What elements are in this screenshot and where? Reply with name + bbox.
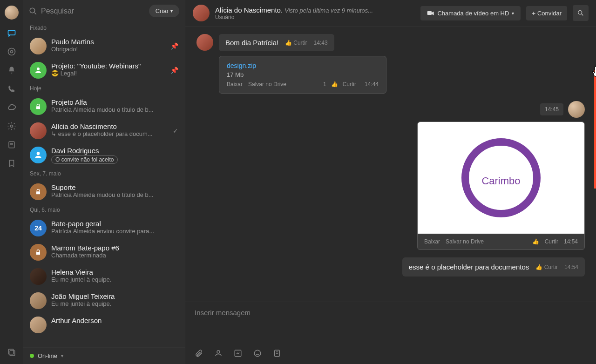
list-item[interactable]: Projeto: "Youtube: Webinars"😎 Legal! 📌 bbox=[23, 58, 185, 82]
svg-rect-6 bbox=[10, 351, 15, 356]
cloud-icon[interactable] bbox=[7, 102, 17, 113]
record-icon[interactable] bbox=[273, 349, 281, 357]
search-placeholder: Pesquisar bbox=[41, 7, 74, 15]
item-title: Marrom Bate-papo #6 bbox=[51, 244, 178, 252]
emoji-icon[interactable] bbox=[253, 349, 262, 357]
like-button[interactable]: 👍 Curtir bbox=[535, 264, 558, 270]
svg-rect-12 bbox=[36, 252, 40, 255]
item-title: Arthur Anderson bbox=[51, 317, 178, 324]
composer[interactable]: Inserir mensagem bbox=[185, 302, 596, 364]
download-link[interactable]: Baixar bbox=[424, 238, 440, 245]
context-menu: Copiar arquivo Marcar como não lida Cita… bbox=[594, 70, 596, 189]
message: Bom dia Patrícia! 👍 Curtir 14:43 bbox=[196, 34, 585, 51]
pin-icon: 📌 bbox=[170, 42, 178, 50]
bell-icon[interactable] bbox=[7, 65, 17, 75]
lock-icon bbox=[30, 183, 47, 200]
svg-point-15 bbox=[217, 351, 220, 353]
invite-chip: O convite não foi aceito bbox=[51, 155, 118, 164]
sidebar: Pesquisar Criar ▾ Fixado Paulo MartinsOb… bbox=[23, 0, 185, 364]
search-input[interactable]: Pesquisar bbox=[29, 7, 144, 15]
svg-point-17 bbox=[254, 350, 261, 357]
item-sub: Chamada terminada bbox=[51, 252, 178, 259]
messages: Bom dia Patrícia! 👍 Curtir 14:43 design.… bbox=[185, 27, 596, 302]
bookmark-icon[interactable] bbox=[7, 158, 17, 169]
self-avatar[interactable] bbox=[5, 6, 19, 20]
list-item[interactable]: Davi RodriguesO convite não foi aceito bbox=[23, 143, 185, 168]
create-button[interactable]: Criar ▾ bbox=[149, 5, 179, 17]
windows-icon[interactable] bbox=[7, 347, 17, 357]
item-title: Bate-papo geral bbox=[51, 220, 178, 228]
item-title: Projeto Alfa bbox=[51, 98, 178, 106]
section-fri: Sex, 7. maio bbox=[23, 168, 185, 180]
item-sub: Eu me juntei à equipe. bbox=[51, 276, 178, 283]
list-item[interactable]: Alícia do Nascimento↳ esse é o placehold… bbox=[23, 119, 185, 143]
chat-avatar[interactable] bbox=[193, 5, 210, 21]
msg-avatar[interactable] bbox=[196, 34, 213, 51]
video-call-button[interactable]: Chamada de vídeo em HD ▾ bbox=[420, 6, 521, 20]
online-dot-icon bbox=[30, 354, 34, 358]
msg-time: 14:43 bbox=[314, 40, 328, 46]
mention-icon[interactable] bbox=[214, 349, 223, 357]
avatar bbox=[30, 268, 47, 285]
gear-icon[interactable] bbox=[7, 121, 17, 131]
section-pinned: Fixado bbox=[23, 22, 185, 34]
list-item[interactable]: Arthur Anderson bbox=[23, 313, 185, 337]
msg-time: 14:45 bbox=[540, 103, 563, 115]
svg-rect-0 bbox=[8, 30, 15, 35]
list-item[interactable]: Projeto AlfaPatrícia Almeida mudou o tít… bbox=[23, 94, 185, 119]
svg-point-10 bbox=[37, 152, 40, 155]
svg-point-1 bbox=[8, 48, 15, 55]
composer-placeholder: Inserir mensagem bbox=[195, 309, 587, 317]
invite-button[interactable]: + Convidar bbox=[526, 6, 567, 20]
avatar bbox=[30, 38, 47, 54]
edit-icon[interactable] bbox=[234, 349, 242, 357]
like-count: 1 bbox=[323, 81, 326, 88]
item-sub: Patrícia Almeida mudou o título de b... bbox=[51, 106, 178, 113]
msg-text: Bom dia Patrícia! bbox=[225, 39, 278, 47]
save-drive-link[interactable]: Salvar no Drive bbox=[248, 81, 286, 88]
phone-icon[interactable] bbox=[7, 84, 17, 94]
like-button[interactable]: 👍 Curtir bbox=[285, 40, 307, 46]
item-sub: Obrigado! bbox=[51, 46, 178, 53]
msg-bubble[interactable]: Bom dia Patrícia! 👍 Curtir 14:43 bbox=[219, 34, 334, 51]
msg-text: esse é o placeholder para documentos bbox=[409, 263, 529, 271]
item-title: Davi Rodrigues bbox=[51, 147, 178, 155]
like-button[interactable]: Curtir bbox=[545, 238, 558, 245]
item-sub: ↳ esse é o placeholder para docum... bbox=[51, 130, 178, 137]
cursor-icon bbox=[590, 65, 596, 78]
svg-point-8 bbox=[37, 67, 40, 70]
download-link[interactable]: Baixar bbox=[227, 81, 243, 88]
section-thu: Qui, 6. maio bbox=[23, 204, 185, 216]
list-item[interactable]: Marrom Bate-papo #6Chamada terminada bbox=[23, 240, 185, 264]
svg-rect-13 bbox=[427, 11, 432, 15]
image-attachment[interactable]: Carimbo Baixar Salvar no Drive 👍 Curtir … bbox=[417, 121, 585, 250]
list-item[interactable]: SuportePatrícia Almeida mudou o título d… bbox=[23, 180, 185, 204]
avatar bbox=[30, 292, 47, 309]
msg-bubble[interactable]: esse é o placeholder para documentos 👍 C… bbox=[402, 257, 585, 276]
file-attachment[interactable]: design.zip 17 Mb Baixar Salvar no Drive … bbox=[219, 56, 386, 94]
search-chat-button[interactable] bbox=[573, 5, 589, 21]
like-button[interactable]: Curtir bbox=[343, 81, 356, 88]
chat-icon[interactable] bbox=[7, 28, 17, 38]
chat-role: Usuário bbox=[215, 14, 415, 20]
file-name[interactable]: design.zip bbox=[227, 62, 379, 69]
image-label: Carimbo bbox=[481, 175, 520, 187]
note-icon[interactable] bbox=[7, 140, 17, 150]
msg-time: 14:44 bbox=[365, 81, 379, 88]
item-sub: Patrícia Almeida enviou convite para... bbox=[51, 228, 178, 235]
list-item[interactable]: Helena VieiraEu me juntei à equipe. bbox=[23, 264, 185, 289]
list-item[interactable]: 24 Bate-papo geralPatrícia Almeida envio… bbox=[23, 216, 185, 240]
save-drive-link[interactable]: Salvar no Drive bbox=[446, 238, 484, 245]
svg-point-14 bbox=[578, 11, 582, 14]
mentions-icon[interactable] bbox=[7, 47, 17, 57]
status-row[interactable]: On-line ▾ bbox=[23, 347, 185, 364]
lock-icon bbox=[30, 98, 47, 115]
attach-icon[interactable] bbox=[195, 349, 203, 357]
image-preview[interactable]: Carimbo bbox=[418, 122, 584, 234]
item-sub: Patrícia Almeida mudou o título de b... bbox=[51, 191, 178, 198]
item-sub: Eu me juntei à equipe. bbox=[51, 300, 178, 307]
list-item[interactable]: Paulo MartinsObrigado! 📌 bbox=[23, 34, 185, 58]
item-sub: 😎 Legal! bbox=[51, 70, 178, 77]
list-item[interactable]: João Miguel TeixeiraEu me juntei à equip… bbox=[23, 289, 185, 313]
msg-avatar[interactable] bbox=[568, 101, 585, 118]
